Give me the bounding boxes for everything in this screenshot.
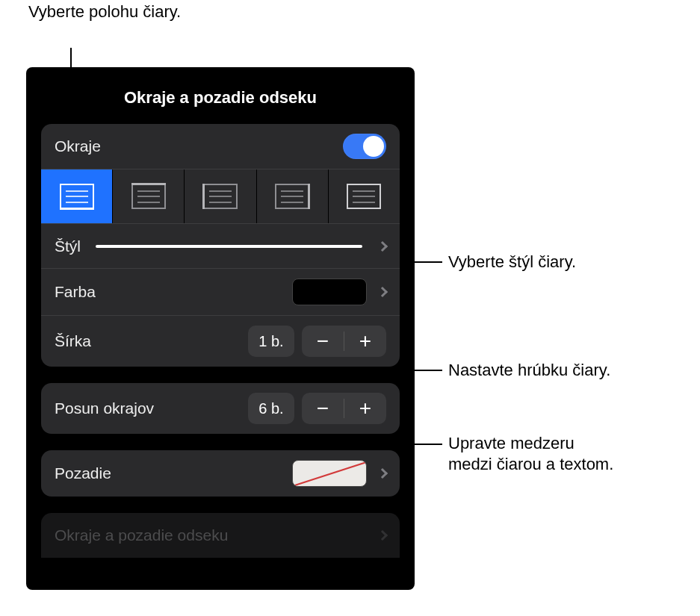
border-position-top-icon [131,184,166,209]
border-position-top[interactable] [113,169,185,223]
border-offset-row: Posun okrajov 6 b. − + [41,383,400,434]
border-offset-label: Posun okrajov [55,399,154,417]
background-group: Pozadie [41,450,400,497]
parent-sheet-peek[interactable]: Okraje a pozadie odseku [41,513,400,558]
callout-offset-l1: Upravte medzeru [448,433,613,454]
border-position-right[interactable] [257,169,329,223]
border-offset-increase[interactable]: + [344,393,386,424]
border-offset-decrease[interactable]: − [302,393,344,424]
border-position-right-icon [275,184,309,209]
minus-icon: − [317,396,329,420]
background-label: Pozadie [55,464,111,482]
border-position-left-icon [203,184,238,209]
border-position-bottom-icon [60,184,94,209]
line-style-row[interactable]: Štýl [41,223,400,268]
plus-icon: + [359,396,371,420]
line-width-label: Šírka [55,332,91,350]
line-width-stepper: − + [302,326,386,357]
settings-panel: Okraje a pozadie odseku Okraje [26,67,415,590]
chevron-right-icon [377,530,388,541]
background-row[interactable]: Pozadie [41,450,400,497]
callout-position: Vyberte polohu čiary. [28,1,181,22]
line-color-label: Farba [55,283,96,301]
line-style-preview [96,245,362,248]
callout-offset: Upravte medzeru medzi čiarou a textom. [448,433,613,474]
line-width-row: Šírka 1 b. − + [41,315,400,367]
borders-toggle-row: Okraje [41,124,400,169]
border-position-tabs [41,169,400,223]
chevron-right-icon [377,240,388,251]
callout-style: Vyberte štýl čiary. [448,252,576,273]
borders-group: Okraje [41,124,400,367]
offset-group: Posun okrajov 6 b. − + [41,383,400,434]
chevron-right-icon [377,287,388,297]
background-swatch-none [292,460,367,487]
line-width-increase[interactable]: + [344,326,386,357]
line-width-decrease[interactable]: − [302,326,344,357]
chevron-right-icon [377,468,388,479]
borders-toggle[interactable] [343,134,386,159]
callout-width: Nastavte hrúbku čiary. [448,360,610,381]
borders-label: Okraje [55,137,101,155]
plus-icon: + [359,329,371,353]
callout-offset-l2: medzi čiarou a textom. [448,454,613,475]
panel-title: Okraje a pozadie odseku [34,73,407,124]
callout-position-l1: Vyberte polohu čiary. [28,1,181,22]
parent-sheet-label: Okraje a pozadie odseku [55,526,228,544]
line-style-label: Štýl [55,237,81,255]
minus-icon: − [317,329,329,353]
border-position-left[interactable] [185,169,256,223]
border-offset-value[interactable]: 6 b. [248,393,294,424]
border-position-all-icon [347,184,381,209]
line-width-value[interactable]: 1 b. [248,326,294,357]
border-position-bottom[interactable] [41,169,113,223]
line-color-swatch [292,279,367,305]
border-position-all[interactable] [329,169,400,223]
line-color-row[interactable]: Farba [41,268,400,315]
border-offset-stepper: − + [302,393,386,424]
